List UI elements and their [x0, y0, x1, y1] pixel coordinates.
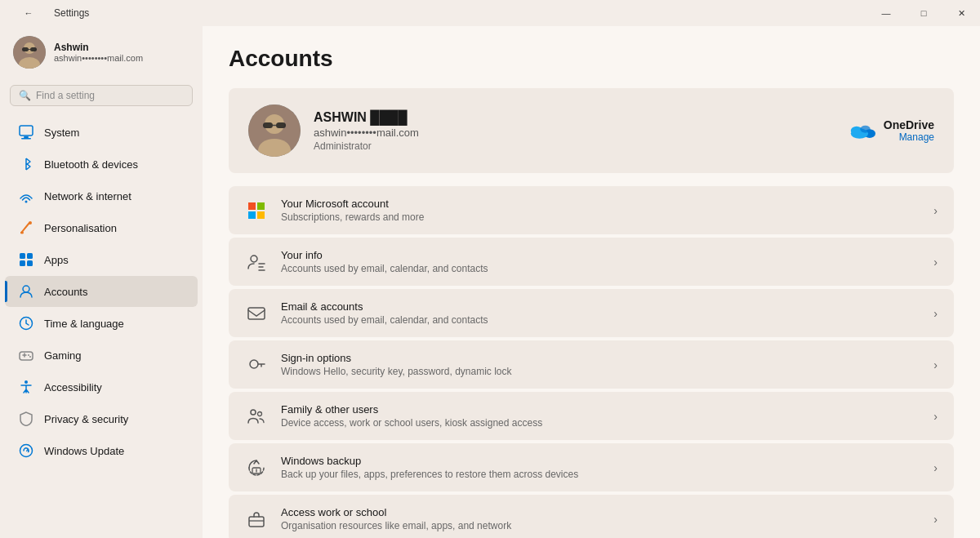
sidebar-user-email: ashwin••••••••mail.com — [54, 53, 143, 63]
back-button[interactable]: ← — [10, 0, 47, 26]
svg-point-11 — [20, 232, 24, 234]
sidebar-user-info: Ashwin ashwin••••••••mail.com — [54, 42, 143, 63]
sidebar-item-update[interactable]: Windows Update — [5, 435, 198, 466]
chevron-right-icon: › — [933, 410, 938, 423]
onedrive-section[interactable]: OneDrive Manage — [849, 118, 934, 144]
gaming-icon — [18, 347, 34, 363]
settings-item-desc: Windows Hello, security key, password, d… — [281, 366, 512, 377]
person-icon — [18, 283, 34, 300]
chevron-right-icon: › — [933, 461, 938, 474]
sidebar-item-privacy[interactable]: Privacy & security — [5, 403, 198, 434]
settings-item-text: Your info Accounts used by email, calend… — [281, 249, 488, 274]
svg-rect-36 — [257, 211, 265, 219]
sidebar-item-network[interactable]: Network & internet — [5, 180, 198, 211]
sidebar-item-label-privacy: Privacy & security — [44, 413, 128, 425]
close-button[interactable]: ✕ — [942, 0, 980, 26]
sidebar-item-label-apps: Apps — [44, 254, 69, 266]
settings-item-text: Family & other users Device access, work… — [281, 403, 542, 429]
main-panel: Accounts ASHWIN ████ ashwin•••••••• — [203, 26, 980, 538]
settings-item-left: Sign-in options Windows Hello, security … — [245, 352, 512, 377]
sidebar-item-accounts[interactable]: Accounts — [5, 276, 198, 307]
account-details: ASHWIN ████ ashwin••••••••mail.com Admin… — [314, 110, 419, 152]
settings-item-desc: Organisation resources like email, apps,… — [281, 520, 511, 531]
key-icon — [245, 353, 268, 376]
sidebar-item-personalisation[interactable]: Personalisation — [5, 212, 198, 243]
settings-item-signin[interactable]: Sign-in options Windows Hello, security … — [229, 340, 954, 389]
search-input[interactable] — [36, 90, 184, 101]
sidebar-user-profile[interactable]: Ashwin ashwin••••••••mail.com — [0, 26, 203, 78]
svg-point-9 — [25, 201, 28, 203]
settings-item-title: Your Microsoft account — [281, 198, 424, 210]
sidebar-item-label-bluetooth: Bluetooth & devices — [44, 158, 138, 171]
settings-item-family[interactable]: Family & other users Device access, work… — [229, 392, 954, 440]
email-icon — [245, 302, 268, 325]
settings-item-text: Windows backup Back up your files, apps,… — [281, 455, 578, 480]
sidebar-item-system[interactable]: System — [5, 117, 198, 148]
settings-item-desc: Subscriptions, rewards and more — [281, 211, 424, 223]
sidebar-item-label-gaming: Gaming — [44, 349, 82, 362]
minimize-button[interactable]: — — [867, 0, 905, 26]
settings-item-left: Family & other users Device access, work… — [245, 403, 542, 429]
sidebar-item-bluetooth[interactable]: Bluetooth & devices — [5, 149, 198, 180]
sidebar-item-label-update: Windows Update — [44, 445, 124, 457]
settings-item-desc: Accounts used by email, calendar, and co… — [281, 263, 488, 274]
settings-item-desc: Device access, work or school users, kio… — [281, 417, 542, 429]
account-header-card: ASHWIN ████ ashwin••••••••mail.com Admin… — [229, 88, 954, 173]
settings-item-access-work[interactable]: Access work or school Organisation resou… — [229, 495, 954, 538]
sidebar-item-apps[interactable]: Apps — [5, 244, 198, 275]
titlebar-title: Settings — [54, 7, 89, 19]
svg-rect-27 — [276, 122, 286, 128]
onedrive-text: OneDrive Manage — [884, 118, 934, 143]
svg-rect-33 — [248, 202, 256, 210]
sidebar-item-label-accounts: Accounts — [44, 286, 87, 298]
chevron-right-icon: › — [933, 513, 938, 526]
sidebar-user-name: Ashwin — [54, 42, 143, 53]
briefcase-icon — [245, 508, 268, 531]
settings-item-backup[interactable]: Windows backup Back up your files, apps,… — [229, 443, 954, 491]
svg-point-10 — [29, 221, 32, 225]
settings-item-title: Access work or school — [281, 506, 511, 518]
settings-list: Your Microsoft account Subscriptions, re… — [229, 186, 954, 538]
app-body: Ashwin ashwin••••••••mail.com 🔍 System — [0, 26, 980, 538]
settings-item-text: Your Microsoft account Subscriptions, re… — [281, 198, 424, 223]
svg-point-40 — [251, 410, 256, 415]
svg-point-41 — [258, 411, 262, 416]
settings-item-title: Sign-in options — [281, 352, 512, 364]
update-icon — [18, 442, 34, 459]
sidebar-item-accessibility[interactable]: Accessibility — [5, 371, 198, 402]
clock-icon — [18, 315, 34, 331]
svg-point-39 — [250, 360, 258, 368]
settings-item-your-info[interactable]: Your info Accounts used by email, calend… — [229, 238, 954, 286]
sidebar-item-time[interactable]: Time & language — [5, 308, 198, 339]
svg-rect-8 — [21, 138, 31, 140]
svg-point-22 — [20, 445, 33, 457]
sidebar-item-label-personalisation: Personalisation — [44, 222, 117, 234]
search-icon: 🔍 — [19, 90, 31, 101]
svg-rect-14 — [20, 260, 25, 266]
settings-item-desc: Accounts used by email, calendar, and co… — [281, 314, 488, 326]
settings-item-title: Family & other users — [281, 403, 542, 416]
settings-item-title: Windows backup — [281, 455, 578, 467]
svg-point-32 — [860, 126, 870, 133]
maximize-button[interactable]: □ — [905, 0, 942, 26]
titlebar-controls: — □ ✕ — [867, 0, 980, 26]
settings-item-left: Access work or school Organisation resou… — [245, 506, 511, 531]
settings-item-microsoft-account[interactable]: Your Microsoft account Subscriptions, re… — [229, 186, 954, 234]
sidebar-item-gaming[interactable]: Gaming — [5, 340, 198, 371]
svg-point-20 — [29, 356, 31, 358]
ms-account-icon — [245, 199, 268, 222]
account-role: Administrator — [314, 140, 419, 152]
accessibility-icon — [18, 379, 34, 395]
svg-rect-4 — [30, 47, 37, 51]
onedrive-icon — [849, 118, 875, 144]
settings-item-title: Email & accounts — [281, 300, 488, 313]
chevron-right-icon: › — [933, 307, 938, 320]
account-avatar — [248, 104, 301, 157]
settings-item-email-accounts[interactable]: Email & accounts Accounts used by email,… — [229, 289, 954, 337]
sidebar-item-label-network: Network & internet — [44, 190, 131, 202]
sidebar-item-label-system: System — [44, 127, 79, 139]
family-icon — [245, 405, 268, 428]
shield-icon — [18, 411, 34, 427]
onedrive-manage-link[interactable]: Manage — [899, 131, 934, 143]
brush-icon — [18, 220, 34, 236]
